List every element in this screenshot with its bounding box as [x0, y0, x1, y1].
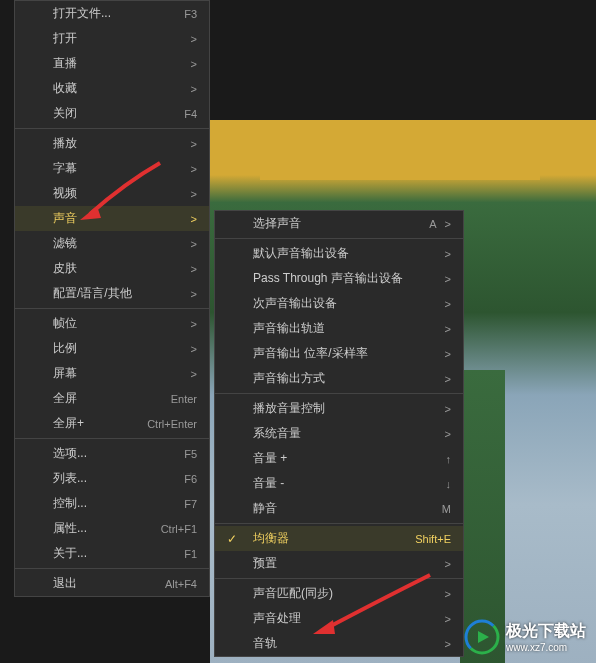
menu-item-label: Pass Through 声音输出设备 [253, 270, 437, 287]
main-menu-item[interactable]: 配置/语言/其他> [15, 281, 209, 306]
chevron-right-icon: > [445, 588, 451, 600]
main-menu-item[interactable]: 直播> [15, 51, 209, 76]
chevron-right-icon: > [191, 368, 197, 380]
main-menu-item[interactable]: 关于...F1 [15, 541, 209, 566]
menu-item-shortcut: Ctrl+Enter [147, 418, 197, 430]
menu-item-label: 收藏 [53, 80, 183, 97]
menu-item-label: 全屏+ [53, 415, 147, 432]
menu-item-shortcut: Alt+F4 [165, 578, 197, 590]
chevron-right-icon: > [191, 288, 197, 300]
main-menu-item[interactable]: 滤镜> [15, 231, 209, 256]
context-menu-main: 打开文件...F3打开>直播>收藏>关闭F4播放>字幕>视频>声音>滤镜>皮肤>… [14, 0, 210, 597]
menu-item-shortcut: F6 [184, 473, 197, 485]
main-menu-item[interactable]: 列表...F6 [15, 466, 209, 491]
chevron-right-icon: > [191, 58, 197, 70]
main-menu-item[interactable]: 选项...F5 [15, 441, 209, 466]
sound-menu-item[interactable]: 默认声音输出设备> [215, 241, 463, 266]
watermark: 极光下载站 www.xz7.com [464, 619, 586, 655]
main-menu-item[interactable]: 屏幕> [15, 361, 209, 386]
menu-item-label: 声音输出轨道 [253, 320, 437, 337]
main-menu-item[interactable]: 打开> [15, 26, 209, 51]
menu-item-label: 声音输出方式 [253, 370, 437, 387]
menu-item-label: 退出 [53, 575, 165, 592]
main-menu-item[interactable]: 控制...F7 [15, 491, 209, 516]
menu-item-label: 声音输出 位率/采样率 [253, 345, 437, 362]
svg-marker-4 [478, 631, 489, 643]
annotation-arrow-1 [75, 158, 165, 230]
menu-item-label: 音量 - [253, 475, 446, 492]
chevron-right-icon: > [191, 33, 197, 45]
sound-menu-item[interactable]: 音量 +↑ [215, 446, 463, 471]
sound-menu-item[interactable]: 播放音量控制> [215, 396, 463, 421]
menu-separator [15, 438, 209, 439]
chevron-right-icon: > [445, 248, 451, 260]
menu-item-label: 列表... [53, 470, 184, 487]
chevron-right-icon: > [445, 273, 451, 285]
menu-separator [15, 128, 209, 129]
menu-item-label: 默认声音输出设备 [253, 245, 437, 262]
menu-item-shortcut: F1 [184, 548, 197, 560]
menu-item-label: 皮肤 [53, 260, 183, 277]
menu-item-shortcut: ↑ [446, 453, 452, 465]
main-menu-item[interactable]: 打开文件...F3 [15, 1, 209, 26]
chevron-right-icon: > [191, 138, 197, 150]
main-menu-item[interactable]: 皮肤> [15, 256, 209, 281]
menu-item-label: 系统音量 [253, 425, 437, 442]
chevron-right-icon: > [445, 323, 451, 335]
main-menu-item[interactable]: 关闭F4 [15, 101, 209, 126]
sound-menu-item[interactable]: 系统音量> [215, 421, 463, 446]
menu-item-shortcut: Enter [171, 393, 197, 405]
main-menu-item[interactable]: 比例> [15, 336, 209, 361]
chevron-right-icon: > [445, 348, 451, 360]
sound-menu-item[interactable]: 静音M [215, 496, 463, 521]
svg-marker-1 [313, 620, 335, 634]
menu-item-label: 音量 + [253, 450, 446, 467]
chevron-right-icon: > [191, 163, 197, 175]
menu-item-label: 比例 [53, 340, 183, 357]
chevron-right-icon: > [445, 298, 451, 310]
checkmark-icon: ✓ [227, 532, 237, 546]
menu-item-shortcut: A [429, 218, 436, 230]
chevron-right-icon: > [445, 403, 451, 415]
main-menu-item[interactable]: 帧位> [15, 311, 209, 336]
chevron-right-icon: > [191, 318, 197, 330]
menu-item-shortcut: F3 [184, 8, 197, 20]
main-menu-item[interactable]: 全屏Enter [15, 386, 209, 411]
sound-menu-item[interactable]: 选择声音A> [215, 211, 463, 236]
menu-separator [215, 238, 463, 239]
sound-menu-item[interactable]: ✓均衡器Shift+E [215, 526, 463, 551]
menu-separator [15, 568, 209, 569]
sound-menu-item[interactable]: Pass Through 声音输出设备> [215, 266, 463, 291]
menu-item-shortcut: F5 [184, 448, 197, 460]
menu-item-label: 属性... [53, 520, 161, 537]
menu-item-shortcut: M [442, 503, 451, 515]
chevron-right-icon: > [191, 238, 197, 250]
menu-item-shortcut: F4 [184, 108, 197, 120]
chevron-right-icon: > [445, 613, 451, 625]
sound-menu-item[interactable]: 声音输出 位率/采样率> [215, 341, 463, 366]
annotation-arrow-2 [305, 570, 435, 640]
chevron-right-icon: > [445, 218, 451, 230]
menu-item-label: 关闭 [53, 105, 184, 122]
menu-item-shortcut: Ctrl+F1 [161, 523, 197, 535]
menu-item-label: 关于... [53, 545, 184, 562]
main-menu-item[interactable]: 收藏> [15, 76, 209, 101]
menu-item-label: 静音 [253, 500, 442, 517]
menu-item-label: 播放音量控制 [253, 400, 437, 417]
menu-item-label: 直播 [53, 55, 183, 72]
menu-item-label: 打开 [53, 30, 183, 47]
main-menu-item[interactable]: 播放> [15, 131, 209, 156]
sound-menu-item[interactable]: 次声音输出设备> [215, 291, 463, 316]
menu-item-label: 选择声音 [253, 215, 429, 232]
menu-item-label: 次声音输出设备 [253, 295, 437, 312]
menu-item-label: 播放 [53, 135, 183, 152]
sound-menu-item[interactable]: 声音输出方式> [215, 366, 463, 391]
chevron-right-icon: > [191, 213, 197, 225]
chevron-right-icon: > [191, 83, 197, 95]
menu-item-label: 控制... [53, 495, 184, 512]
main-menu-item[interactable]: 全屏+Ctrl+Enter [15, 411, 209, 436]
main-menu-item[interactable]: 退出Alt+F4 [15, 571, 209, 596]
sound-menu-item[interactable]: 音量 -↓ [215, 471, 463, 496]
main-menu-item[interactable]: 属性...Ctrl+F1 [15, 516, 209, 541]
sound-menu-item[interactable]: 声音输出轨道> [215, 316, 463, 341]
